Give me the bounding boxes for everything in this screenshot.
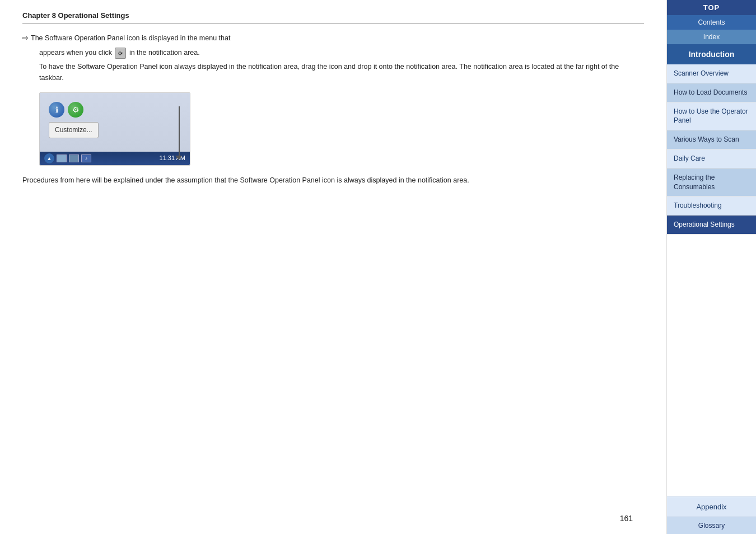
- sidebar: TOP Contents Index Introduction Scanner …: [666, 0, 756, 534]
- sidebar-spacer: [667, 235, 756, 239]
- sidebar-top-button[interactable]: TOP: [667, 0, 756, 15]
- paragraph4: Procedures from here will be explained u…: [22, 175, 644, 186]
- sidebar-index-button[interactable]: Index: [667, 30, 756, 44]
- screenshot-box: ℹ ⚙ Customize... ▲: [39, 92, 190, 166]
- sidebar-various-ways[interactable]: Various Ways to Scan: [667, 130, 756, 149]
- arrow-line: [179, 106, 180, 157]
- notification-icon: ⟳: [115, 48, 126, 59]
- sidebar-troubleshooting[interactable]: Troubleshooting: [667, 196, 756, 216]
- screenshot-top-bar: ℹ ⚙: [49, 102, 170, 118]
- screenshot-taskbar: ▲ ♪ 11:31 AM: [40, 152, 190, 165]
- content-body: ⇨The Software Operation Panel icon is di…: [22, 32, 644, 186]
- sidebar-replacing[interactable]: Replacing the Consumables: [667, 168, 756, 197]
- paragraph2: appears when you click: [39, 49, 112, 57]
- taskbar-icon-1: ▲: [44, 153, 54, 163]
- arrow-overlay: ℹ ⚙ Customize...: [44, 97, 185, 147]
- taskbar-left: ▲ ♪: [44, 153, 91, 163]
- main-content: Chapter 8 Operational Settings ⇨The Soft…: [0, 0, 666, 534]
- sidebar-bottom: Appendix Glossary: [667, 496, 756, 534]
- taskbar-icon-2: [57, 154, 67, 162]
- info-icon: ℹ: [49, 102, 64, 118]
- taskbar-icon-3: [69, 154, 79, 162]
- arrow-prefix: ⇨: [22, 34, 29, 42]
- taskbar-icon-4: ♪: [81, 154, 91, 162]
- sidebar-spacer-2: [667, 239, 756, 243]
- sidebar-operational-settings[interactable]: Operational Settings: [667, 216, 756, 235]
- chapter-title: Chapter 8 Operational Settings: [22, 11, 644, 24]
- sidebar-how-to-use[interactable]: How to Use the Operator Panel: [667, 102, 756, 131]
- sidebar-spacer-3: [667, 243, 756, 248]
- sidebar-spacer-4: [667, 248, 756, 252]
- indent-block-1: appears when you click ⟳ in the notifica…: [22, 47, 644, 83]
- paragraph2-suffix: in the notification area.: [129, 49, 200, 57]
- sidebar-how-to-load[interactable]: How to Load Documents: [667, 83, 756, 102]
- sidebar-introduction-button[interactable]: Introduction: [667, 44, 756, 64]
- arrow-head: [175, 156, 182, 160]
- sidebar-glossary-button[interactable]: Glossary: [667, 517, 756, 534]
- panel-icon: ⚙: [68, 102, 83, 118]
- taskbar-icon-1-symbol: ▲: [47, 154, 52, 162]
- sidebar-scanner-overview[interactable]: Scanner Overview: [667, 64, 756, 83]
- screenshot-inner: ℹ ⚙ Customize...: [40, 93, 190, 152]
- sidebar-daily-care[interactable]: Daily Care: [667, 149, 756, 168]
- page-number: 161: [620, 514, 633, 523]
- paragraph1: The Software Operation Panel icon is dis…: [31, 34, 230, 42]
- sidebar-contents-button[interactable]: Contents: [667, 15, 756, 30]
- paragraph3: To have the Software Operation Panel ico…: [39, 61, 644, 83]
- sidebar-appendix-button[interactable]: Appendix: [667, 496, 756, 517]
- customize-label: Customize...: [49, 122, 99, 138]
